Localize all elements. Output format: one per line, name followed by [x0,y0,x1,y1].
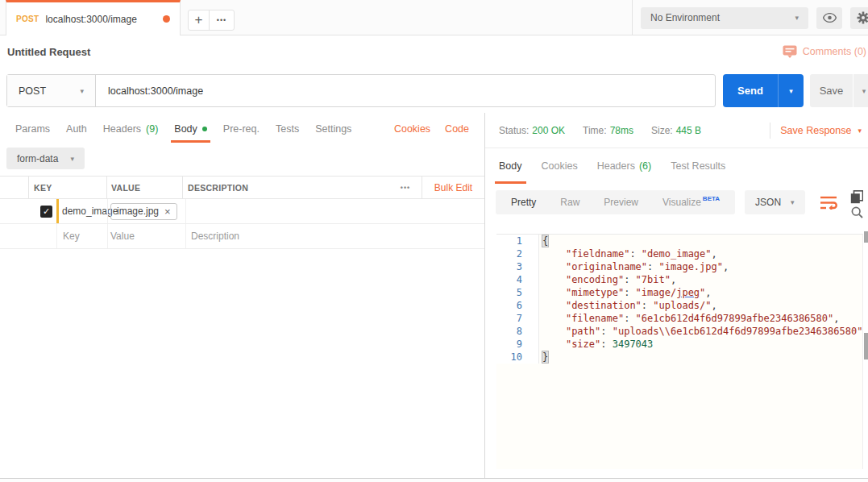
row-checkbox[interactable]: ✓ [40,206,52,218]
file-chip: image.jpg × [110,203,177,220]
column-header-value: VALUE [107,177,183,198]
comments-button[interactable]: Comments (0) [783,45,866,58]
tab-controls: + ••• [188,10,235,31]
chevron-down-icon: ▾ [862,87,866,95]
save-button[interactable]: Save [810,74,853,107]
cookies-link[interactable]: Cookies [394,123,430,135]
description-cell[interactable] [185,199,484,223]
value-input[interactable]: Value [107,224,185,248]
code-link[interactable]: Code [445,123,469,135]
environment-selector[interactable]: No Environment ▾ [641,7,808,29]
comments-label: Comments (0) [803,46,866,57]
main-split: ParamsAuthHeaders(9)BodyPre-req.TestsSet… [0,113,868,478]
request-tab[interactable]: POST localhost:3000/image [6,0,181,35]
bulk-edit-button[interactable]: Bulk Edit [422,177,484,198]
code-line: 8 "path": "uploads\\6e1cb612d4f6d97899af… [496,325,862,338]
url-box: POST ▾ localhost:3000/image [6,74,716,107]
green-dot-icon [202,127,207,131]
body-mode-selector[interactable]: form-data ▾ [6,148,85,169]
remove-file-icon[interactable]: × [164,206,171,218]
view-tab-raw[interactable]: Raw [548,197,592,208]
url-input[interactable]: localhost:3000/image [96,75,715,106]
tab-method-badge: POST [16,15,39,23]
line-number: 6 [496,299,539,312]
beta-badge: BETA [703,195,720,202]
time-pair: Time:78ms [583,125,633,136]
wrap-text-button[interactable] [816,190,841,214]
line-number: 9 [496,338,539,351]
file-chip-label: image.jpg [117,206,159,217]
save-response-button[interactable]: Save Response ▾ [770,125,868,136]
tab-tests[interactable]: Tests [268,117,307,141]
description-input[interactable]: Description [185,224,484,248]
tab-params[interactable]: Params [7,117,58,141]
more-tabs-button[interactable]: ••• [210,10,234,30]
line-number: 10 [496,351,539,364]
send-button[interactable]: Send [723,74,779,107]
method-selector[interactable]: POST ▾ [7,75,96,106]
request-pane: ParamsAuthHeaders(9)BodyPre-req.TestsSet… [0,113,484,478]
url-row: POST ▾ localhost:3000/image Send ▾ Save … [0,68,868,113]
wrap-text-icon [820,195,837,210]
tab-title: localhost:3000/image [45,14,158,25]
key-cell[interactable]: demo_image [56,199,107,223]
code-line: 3 "originalname": "image.jpg", [496,260,862,273]
gear-icon [857,11,868,24]
topbar-right: No Environment ▾ [632,0,868,35]
new-tab-button[interactable]: + [189,10,210,30]
code-line: 2 "fieldname": "demo_image", [496,247,862,260]
copy-icon [850,190,863,204]
copy-button[interactable] [850,190,863,204]
copy-search-stack [850,190,863,218]
chevron-down-icon: ▾ [789,87,793,95]
scrollbar-thumb[interactable] [864,333,868,359]
settings-button[interactable] [850,7,868,29]
view-tab-visualize[interactable]: VisualizeBETA [650,197,732,208]
request-title: Untitled Request [7,46,90,58]
comment-bubble-icon [783,45,797,58]
response-body-editor[interactable]: 1{2 "fieldname": "demo_image",3 "origina… [496,234,863,469]
search-icon [851,206,863,218]
code-line: 7 "filename": "6e1cb612d4f6d97899afbe234… [496,312,862,325]
response-tab-test-results[interactable]: Test Results [661,148,735,184]
tab-body[interactable]: Body [166,117,215,141]
column-header-key: KEY [29,177,107,198]
view-tab-preview[interactable]: Preview [592,197,650,208]
response-tab-body[interactable]: Body [489,148,532,184]
chevron-down-icon: ▾ [795,14,799,22]
scrollbar-thumb[interactable] [864,231,868,243]
code-line: 5 "mimetype": "image/jpeg", [496,286,862,299]
tab-settings[interactable]: Settings [307,117,359,141]
language-selector[interactable]: JSON ▾ [745,190,805,214]
tab-auth[interactable]: Auth [58,117,95,141]
status-pair: Status:200 OK [499,125,565,136]
save-options-button[interactable]: ▾ [853,74,868,107]
line-number: 2 [496,247,539,260]
response-tool-icons [816,190,863,218]
line-number: 8 [496,325,539,338]
search-button[interactable] [851,206,863,218]
column-header-description: DESCRIPTION [183,177,389,198]
request-tabs-right: Cookies Code [394,123,477,135]
view-tab-pretty[interactable]: Pretty [499,197,548,208]
tab-pre-req-[interactable]: Pre-req. [215,117,268,141]
response-meta: Status:200 OK Time:78ms Size:445 B Save … [485,113,868,148]
key-input[interactable]: Key [56,224,107,248]
size-value: 445 B [676,125,701,136]
response-tab-headers[interactable]: Headers(6) [588,148,662,184]
chevron-down-icon: ▾ [791,198,795,206]
table-more-button[interactable]: ••• [389,184,422,192]
response-pane: Status:200 OK Time:78ms Size:445 B Save … [484,113,868,478]
chevron-down-icon: ▾ [80,87,84,95]
tab-headers[interactable]: Headers(9) [95,117,167,141]
body-mode-label: form-data [17,153,58,164]
size-pair: Size:445 B [651,125,701,136]
tab-bar: POST localhost:3000/image + ••• No Envir… [0,0,868,35]
time-value: 78ms [610,125,633,136]
response-tab-cookies[interactable]: Cookies [532,148,588,184]
line-number: 1 [496,235,539,247]
view-tabs-group: PrettyRawPreviewVisualizeBETA [496,190,735,214]
send-options-button[interactable]: ▾ [779,74,804,107]
environment-quicklook-button[interactable] [816,7,842,29]
request-tabs: ParamsAuthHeaders(9)BodyPre-req.TestsSet… [0,117,484,141]
